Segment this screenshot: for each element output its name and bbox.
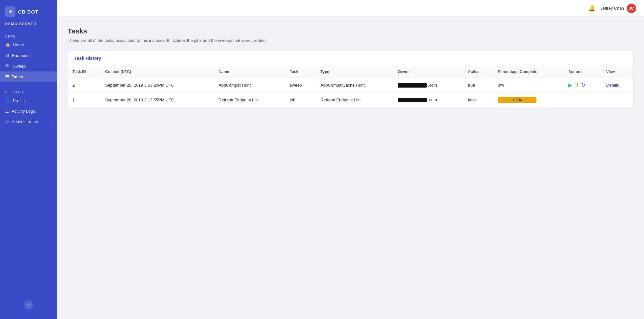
apps-section-label: APPS [0,32,57,40]
col-header-created-utc: Created (UTC) [100,66,214,78]
owner-redacted [398,83,427,88]
task-history-table: Task ID Created (UTC) Name Task Type Own… [68,66,633,107]
sidebar-item-label-endpoints: Endpoints [12,53,31,58]
cell-type: Refresh Endpoint List [316,93,393,107]
page-title: Tasks [68,27,634,35]
sidebar-item-label-profile: Profile [13,98,25,103]
cell-actions [564,93,602,107]
owner-redacted [398,98,427,102]
cell-created-utc: September 28, 2019 3:53:20PM UTC [100,78,214,93]
table-row: 2 September 28, 2019 3:53:20PM UTC AppCo… [68,78,633,93]
cell-percentage: 100% [493,93,564,107]
cell-owner: .com [393,93,463,107]
play-icon[interactable]: ▶ [568,82,572,88]
notifications-bell-icon[interactable]: 🔔 [588,5,595,12]
server-name: DEMO SERVER [0,20,57,32]
table-header-row: Task ID Created (UTC) Name Task Type Own… [68,66,633,78]
profile-icon: 👤 [5,98,10,103]
action-icons: ▶ ⏸ ↻ [568,82,597,88]
cell-type: AppCompatCache Hunt [316,78,393,93]
logo-area: ✦ CB BOT [0,0,57,20]
task-history-card: Task History Task ID Created (UTC) Name … [68,51,634,107]
cell-owner: .com [393,78,463,93]
topbar: 🔔 Jeffrey Chan JC [57,0,644,17]
cell-task: sweep [285,78,316,93]
sidebar-item-activity-logs[interactable]: ☰ Activity Logs [0,106,57,117]
page-content: Tasks These are all of the tasks associa… [57,17,644,319]
cell-percentage: 3% [493,78,564,93]
sweep-icon: 🔍 [5,64,10,69]
topbar-username: Jeffrey Chan [601,6,624,11]
cell-view: Details [602,78,633,93]
cell-active: false [463,93,493,107]
col-header-percentage: Percentage Complete [493,66,564,78]
cell-name: Refresh Endpoint List [214,93,285,107]
sidebar-item-home[interactable]: 🏠 Home [0,40,57,50]
table-row: 1 September 28, 2019 3:13:55PM UTC Refre… [68,93,633,107]
sidebar-collapse-button[interactable]: ‹ [24,300,33,309]
app-title: CB BOT [18,9,39,14]
percentage-text: 3% [498,83,504,88]
endpoints-icon: 🖥 [5,53,9,58]
page-subtitle: These are all of the tasks associated to… [68,38,634,43]
progress-bar-fill: 100% [498,97,536,103]
sidebar-item-label-home: Home [13,42,24,47]
sidebar-item-endpoints[interactable]: 🖥 Endpoints [0,50,57,61]
cell-task: job [285,93,316,107]
col-header-view: View [602,66,633,78]
cell-task-id: 2 [68,78,100,93]
avatar: JC [627,4,636,13]
home-icon: 🏠 [5,42,10,47]
col-header-owner: Owner [393,66,463,78]
card-header: Task History [68,51,633,66]
pause-icon[interactable]: ⏸ [574,82,579,88]
card-title: Task History [74,56,101,61]
administration-chevron-icon: › [51,120,52,124]
col-header-task-id: Task ID [68,66,100,78]
cell-name: AppCompat Hunt [214,78,285,93]
progress-bar: 100% [498,97,536,103]
cell-created-utc: September 28, 2019 3:13:55PM UTC [100,93,214,107]
col-header-actions: Actions [564,66,602,78]
table-body: 2 September 28, 2019 3:53:20PM UTC AppCo… [68,78,633,107]
sidebar-item-label-administration: Administration [12,119,38,124]
sidebar-item-label-tasks: Tasks [12,74,23,79]
utilities-section-label: UTILITIES [0,87,57,95]
logo-icon: ✦ [5,6,15,17]
sidebar-item-sweep[interactable]: 🔍 Sweep › [0,61,57,71]
sidebar-item-tasks[interactable]: ☰ Tasks [0,71,57,82]
sidebar-item-administration[interactable]: ⚙ Administration › [0,117,57,127]
sidebar: ✦ CB BOT DEMO SERVER APPS 🏠 Home 🖥 Endpo… [0,0,57,319]
sidebar-item-profile[interactable]: 👤 Profile [0,95,57,106]
activity-logs-icon: ☰ [5,109,9,114]
topbar-user: Jeffrey Chan JC [601,4,636,13]
sidebar-item-label-sweep: Sweep [13,64,26,69]
col-header-type: Type [316,66,393,78]
refresh-icon[interactable]: ↻ [581,82,585,88]
details-link[interactable]: Details [606,83,619,88]
collapse-icon: ‹ [28,303,29,307]
col-header-name: Name [214,66,285,78]
col-header-task: Task [285,66,316,78]
cell-actions: ▶ ⏸ ↻ [564,78,602,93]
cell-view [602,93,633,107]
sweep-chevron-icon: › [51,64,52,68]
administration-icon: ⚙ [5,119,9,124]
cell-active: true [463,78,493,93]
main-area: 🔔 Jeffrey Chan JC Tasks These are all of… [57,0,644,319]
owner-suffix: .com [428,83,437,88]
col-header-active: Active [463,66,493,78]
owner-suffix: .com [428,97,437,102]
cell-task-id: 1 [68,93,100,107]
sidebar-item-label-activity-logs: Activity Logs [12,109,35,114]
tasks-icon: ☰ [5,74,9,79]
